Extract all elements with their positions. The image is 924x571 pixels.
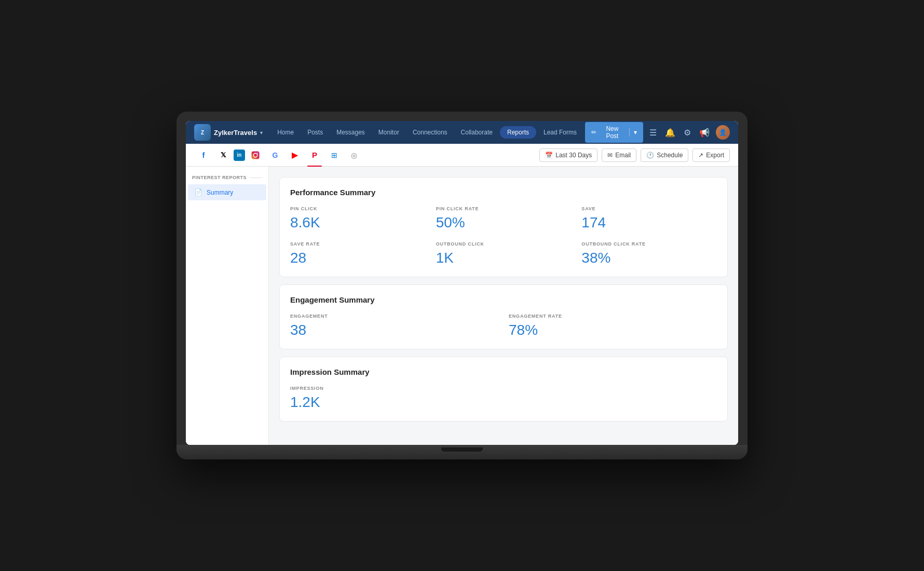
performance-metrics-grid: PIN CLICK 8.6K PIN CLICK RATE 50% SAVE 1… — [290, 206, 717, 266]
engagement-label: ENGAGEMENT — [290, 314, 498, 319]
engagement-rate-label: ENGAGEMENT RATE — [509, 314, 717, 319]
metric-engagement-rate: ENGAGEMENT RATE 78% — [509, 314, 717, 338]
date-range-button[interactable]: 📅 Last 30 Days — [539, 148, 597, 162]
avatar[interactable]: 👤 — [716, 125, 730, 140]
engagement-title: Engagement Summary — [290, 295, 717, 304]
email-label: Email — [615, 152, 631, 159]
top-nav: Z ZylkerTravels ▾ Home Posts Messages Mo… — [186, 121, 738, 144]
schedule-icon: 🕐 — [646, 152, 654, 159]
laptop-notch — [441, 447, 483, 452]
facebook-icon[interactable]: f — [194, 146, 213, 165]
metric-engagement: ENGAGEMENT 38 — [290, 314, 498, 338]
save-value: 174 — [581, 214, 717, 231]
metric-impression: IMPRESSION 1.2K — [290, 386, 717, 411]
youtube-icon[interactable]: ▶ — [286, 146, 304, 165]
new-post-icon: ✏ — [591, 129, 596, 136]
impression-label: IMPRESSION — [290, 386, 717, 391]
metric-save-rate: SAVE RATE 28 — [290, 241, 426, 266]
email-icon: ✉ — [607, 152, 613, 159]
sidebar-item-summary-label: Summary — [207, 189, 233, 196]
svg-rect-0 — [252, 151, 260, 159]
brand-logo[interactable]: Z ZylkerTravels ▾ — [194, 124, 263, 141]
brand-chevron-icon: ▾ — [260, 130, 263, 135]
engagement-summary-card: Engagement Summary ENGAGEMENT 38 ENGAGEM… — [279, 284, 728, 349]
microsoft-icon[interactable]: ⊞ — [325, 146, 344, 165]
laptop-screen: Z ZylkerTravels ▾ Home Posts Messages Mo… — [186, 121, 738, 445]
extra-icon[interactable]: ◎ — [345, 146, 363, 165]
pin-click-label: PIN CLICK — [290, 206, 426, 211]
export-button[interactable]: ↗ Export — [692, 148, 730, 162]
schedule-label: Schedule — [657, 152, 683, 159]
calendar-icon: 📅 — [545, 152, 553, 159]
engagement-rate-value: 78% — [509, 322, 717, 338]
metric-pin-click: PIN CLICK 8.6K — [290, 206, 426, 231]
gear-icon[interactable]: ⚙ — [682, 126, 693, 140]
save-rate-label: SAVE RATE — [290, 241, 426, 247]
instagram-icon[interactable] — [246, 146, 265, 165]
engagement-metrics-grid: ENGAGEMENT 38 ENGAGEMENT RATE 78% — [290, 314, 717, 338]
date-range-label: Last 30 Days — [555, 152, 592, 159]
sidebar-section-label: PINTEREST REPORTS — [186, 175, 268, 180]
nav-items: Home Posts Messages Monitor Connections … — [271, 126, 583, 139]
nav-item-messages[interactable]: Messages — [330, 126, 371, 139]
schedule-button[interactable]: 🕐 Schedule — [641, 148, 688, 162]
export-icon: ↗ — [698, 152, 703, 159]
outbound-click-rate-value: 38% — [581, 250, 717, 266]
pin-click-rate-value: 50% — [436, 214, 572, 231]
bell-icon[interactable]: 🔔 — [663, 126, 677, 140]
app-container: Z ZylkerTravels ▾ Home Posts Messages Mo… — [186, 121, 738, 445]
save-label: SAVE — [581, 206, 717, 211]
metric-outbound-click-rate: OUTBOUND CLICK RATE 38% — [581, 241, 717, 266]
nav-item-posts[interactable]: Posts — [301, 126, 329, 139]
outbound-click-rate-label: OUTBOUND CLICK RATE — [581, 241, 717, 247]
outbound-click-value: 1K — [436, 250, 572, 266]
nav-item-collaborate[interactable]: Collaborate — [455, 126, 499, 139]
brand-name: ZylkerTravels — [214, 129, 257, 137]
laptop-bottom — [176, 445, 748, 459]
pinterest-icon[interactable]: P — [305, 146, 324, 165]
metric-outbound-click: OUTBOUND CLICK 1K — [436, 241, 572, 266]
menu-icon[interactable]: ☰ — [647, 126, 659, 140]
nav-right: ✏ New Post ▾ ☰ 🔔 ⚙ 📢 👤 — [585, 122, 730, 143]
pin-click-rate-label: PIN CLICK RATE — [436, 206, 572, 211]
nav-item-reports[interactable]: Reports — [500, 126, 536, 139]
google-icon[interactable]: G — [266, 146, 284, 165]
btn-divider — [629, 128, 630, 137]
laptop-frame: Z ZylkerTravels ▾ Home Posts Messages Mo… — [176, 112, 748, 459]
outbound-click-label: OUTBOUND CLICK — [436, 241, 572, 247]
speaker-icon[interactable]: 📢 — [697, 126, 712, 140]
social-icons: f 𝕏 in — [194, 146, 539, 165]
new-post-label: New Post — [600, 125, 625, 140]
export-label: Export — [706, 152, 724, 159]
nav-item-home[interactable]: Home — [271, 126, 300, 139]
nav-item-connections[interactable]: Connections — [406, 126, 454, 139]
nav-item-lead-forms[interactable]: Lead Forms — [537, 126, 583, 139]
save-rate-value: 28 — [290, 250, 426, 266]
new-post-chevron: ▾ — [634, 129, 637, 136]
nav-item-monitor[interactable]: Monitor — [372, 126, 405, 139]
linkedin-icon[interactable]: in — [234, 149, 245, 161]
report-content: Performance Summary PIN CLICK 8.6K PIN C… — [269, 167, 738, 445]
pin-click-value: 8.6K — [290, 214, 426, 231]
twitter-x-icon[interactable]: 𝕏 — [214, 146, 233, 165]
brand-logo-icon: Z — [194, 124, 211, 141]
impression-metrics-grid: IMPRESSION 1.2K — [290, 386, 717, 411]
impression-title: Impression Summary — [290, 368, 717, 376]
metric-pin-click-rate: PIN CLICK RATE 50% — [436, 206, 572, 231]
performance-summary-card: Performance Summary PIN CLICK 8.6K PIN C… — [279, 177, 728, 277]
metric-save: SAVE 174 — [581, 206, 717, 231]
social-bar: f 𝕏 in — [186, 144, 738, 167]
engagement-value: 38 — [290, 322, 498, 338]
email-button[interactable]: ✉ Email — [602, 148, 636, 162]
new-post-button[interactable]: ✏ New Post ▾ — [585, 122, 643, 143]
sidebar-item-summary[interactable]: 📄 Summary — [188, 184, 266, 200]
svg-point-2 — [257, 152, 258, 153]
social-bar-actions: 📅 Last 30 Days ✉ Email 🕐 Schedule ↗ Expo… — [539, 148, 730, 162]
summary-icon: 📄 — [194, 188, 202, 196]
impression-summary-card: Impression Summary IMPRESSION 1.2K — [279, 357, 728, 422]
performance-title: Performance Summary — [290, 188, 717, 197]
sidebar: PINTEREST REPORTS 📄 Summary — [186, 167, 269, 445]
main-content: PINTEREST REPORTS 📄 Summary Performance … — [186, 167, 738, 445]
impression-value: 1.2K — [290, 394, 717, 411]
